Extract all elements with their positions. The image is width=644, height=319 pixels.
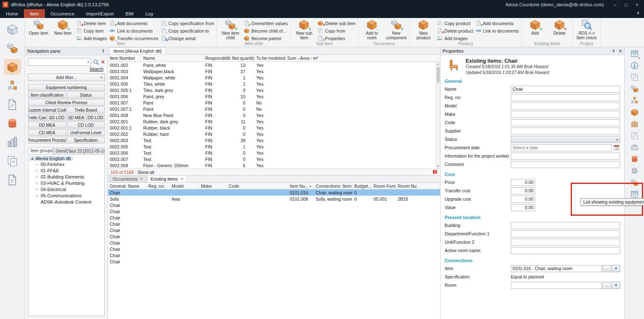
open-item-button[interactable]: Open item <box>28 19 49 36</box>
close-panel-icon[interactable]: ✕ <box>618 48 622 54</box>
collapsed-arrow-icon[interactable]: ▷ <box>35 163 39 166</box>
database-icon[interactable] <box>5 116 20 130</box>
search-input[interactable] <box>30 59 88 64</box>
department-function-field[interactable] <box>511 230 620 237</box>
add-images-button[interactable]: Add images <box>76 35 107 41</box>
col-responsibility[interactable]: Responsibility <box>204 55 230 61</box>
col-general-name[interactable]: General: Name <box>108 183 147 189</box>
col-item-number[interactable]: Item Number <box>108 55 142 61</box>
filter-sd-mea[interactable]: SD MEA <box>67 114 85 121</box>
items-table-row[interactable]: 0002.002 Rubber, hard FIN 0 Yes <box>108 131 440 137</box>
scroll-down-icon[interactable]: ▾ <box>437 165 439 168</box>
filter-sd-lod[interactable]: SD LOD <box>47 114 66 121</box>
item-cube-icon[interactable] <box>5 60 20 74</box>
existing-item-row[interactable]: Chair <box>108 221 440 227</box>
items-table-row[interactable]: 0001.008 New Blue Paint FIN 0 Yes <box>108 112 440 118</box>
make-field[interactable] <box>511 111 620 118</box>
tab-home[interactable]: Home <box>0 9 24 18</box>
existing-item-row[interactable]: Chair <box>108 240 440 246</box>
tree-item[interactable]: ▷ 03-HVAC & Plumbing <box>29 180 103 186</box>
copy-product-button[interactable]: Copy product <box>437 20 473 26</box>
collapse-ribbon-icon[interactable]: ∧ <box>636 10 640 15</box>
collapsed-arrow-icon[interactable]: ▷ <box>35 169 39 172</box>
become-child-of-button[interactable]: →Become child of... <box>244 28 288 34</box>
add-images-button[interactable]: Add images <box>437 35 473 41</box>
items-table-row[interactable]: 0002.003 Test FIN 39 Yes <box>108 137 440 143</box>
existing-item-row[interactable]: Chair <box>108 227 440 233</box>
supplier-field[interactable] <box>511 128 620 135</box>
existing-item-row[interactable]: Chair 0101.016 Chair, waiting room 0 <box>108 189 440 196</box>
change-serial-button[interactable]: ↻Change serial <box>161 35 214 41</box>
tab-log[interactable]: Log <box>139 9 159 18</box>
browse-item-button[interactable]: … <box>603 265 611 272</box>
add-to-room-button[interactable]: → Add to room <box>361 19 383 40</box>
linked-cubes-icon[interactable] <box>5 79 20 93</box>
new-sub-item-button[interactable]: + New sub item <box>293 19 315 40</box>
filter-cd-mea[interactable]: CD MEA <box>28 129 66 136</box>
delete-product-button[interactable]: ×Delete product <box>437 28 473 34</box>
existing-add-button[interactable]: + Add <box>524 19 546 36</box>
filter-dd-lod[interactable]: DD LOD <box>86 114 105 121</box>
existing-item-row[interactable]: Chair <box>108 246 440 252</box>
model-field[interactable] <box>511 102 620 110</box>
restore-button[interactable]: □ <box>621 1 631 8</box>
properties-button[interactable]: ≡Properties <box>317 35 355 41</box>
items-table-row[interactable]: 0001.002 Paint, white FIN 13 Yes <box>108 62 440 68</box>
stacked-cubes-icon[interactable] <box>5 41 20 55</box>
items-table-row[interactable]: 0001.007:1 Paint FIN 0 No <box>108 106 440 112</box>
building-field[interactable] <box>511 222 620 229</box>
existing-item-row[interactable]: Chair <box>108 258 440 265</box>
copy-specification-from-button[interactable]: ←Copy specification from <box>161 20 214 26</box>
existing-item-row[interactable]: Chair <box>108 252 440 258</box>
database-icon[interactable] <box>629 155 640 163</box>
settings-gear-icon[interactable] <box>629 166 640 175</box>
col-to-be-modeled[interactable]: To be modeled <box>255 55 286 61</box>
items-table-row[interactable]: 0001.003 Wallpaper,black FIN 37 Yes <box>108 68 440 74</box>
tab-occurrences[interactable]: Occurrences ✕ <box>109 175 147 182</box>
overwritten-values-button[interactable]: ✓Overwritten values <box>244 20 288 26</box>
filter-uniformat-level[interactable]: UniFormat Level <box>67 129 105 136</box>
filter-trello-card[interactable]: Trello Card <box>28 114 46 121</box>
tree-item[interactable]: ▷ 00-Finishes <box>29 161 103 167</box>
items-table-row[interactable]: 0001.004 Wallpaper, white FIN 1 Yes <box>108 74 440 81</box>
report-icon[interactable] <box>5 173 20 187</box>
search-combobox[interactable]: ▾ <box>28 58 91 66</box>
document-icon[interactable] <box>5 97 20 112</box>
filter-specification[interactable]: Specification <box>67 137 105 143</box>
browse-room-button[interactable]: … <box>603 282 611 289</box>
collapsed-arrow-icon[interactable]: ▷ <box>35 175 39 179</box>
become-parent-button[interactable]: ←Become parent <box>244 35 288 41</box>
scroll-up-icon[interactable]: ▴ <box>437 62 439 66</box>
filter-procurement-process[interactable]: Procurement Process <box>28 137 66 143</box>
clear-room-icon[interactable]: ✕ <box>612 282 620 289</box>
clear-search-icon[interactable]: × <box>101 59 105 65</box>
connection-item-field[interactable] <box>511 265 602 272</box>
existing-item-row[interactable]: Sofa Ikea 0101.008 Sofa, waiting room 0 … <box>108 196 440 202</box>
tree-item[interactable]: ▷ 02-Building Elements <box>29 174 103 180</box>
items-table-row[interactable]: 0002.007 Test FIN 0 Yes <box>108 156 440 162</box>
unit-function-field[interactable] <box>511 239 620 246</box>
tab-occurrence[interactable]: Occurrence <box>45 9 80 18</box>
items-table-row[interactable]: 0002.006 Test FIN 0 Yes <box>108 150 440 156</box>
upgrade-cost-field[interactable] <box>511 196 535 203</box>
tree-item[interactable]: ADSK-Autodesk Content <box>29 199 103 205</box>
comment-field[interactable] <box>511 161 620 168</box>
search-link[interactable]: Search <box>25 66 108 74</box>
delete-sub-item-button[interactable]: ×Delete sub item <box>317 20 355 26</box>
col-name[interactable]: Name <box>142 55 204 61</box>
add-documents-button[interactable]: +Add documents <box>109 20 158 26</box>
collapsed-arrow-icon[interactable]: ▷ <box>35 188 39 191</box>
filter-dd-mea[interactable]: DD MEA <box>28 122 66 128</box>
tab-existing-items[interactable]: Existing items ✕ <box>147 175 187 182</box>
documents-icon[interactable] <box>629 131 640 140</box>
specification-docs-icon[interactable] <box>629 73 640 82</box>
add-filter-dropdown[interactable]: Add filter... ▾ <box>28 74 105 81</box>
close-tab-icon[interactable]: ✕ <box>140 177 144 181</box>
tree-item[interactable]: ▷ 04-Electrical <box>29 186 103 192</box>
close-button[interactable]: × <box>632 1 641 8</box>
items-table-row[interactable]: 0002.005 Test FIN 1 Yes <box>108 143 440 150</box>
camera-icon[interactable] <box>629 143 640 152</box>
add-documents-button[interactable]: +Add documents <box>476 20 519 26</box>
col-room-function[interactable]: Room Funct... <box>372 183 396 189</box>
show-all-link[interactable]: Show all <box>137 170 154 175</box>
